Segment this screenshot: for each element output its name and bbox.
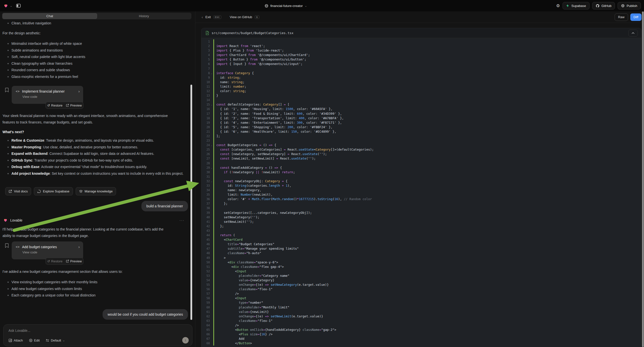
code-text [214,98,216,102]
diff-toggle-button[interactable]: Diff [630,14,642,21]
edit-button[interactable]: Edit [29,338,40,342]
line-number: 25 [202,147,210,152]
project-chevron-down-icon[interactable]: ⌄ [305,4,307,8]
code-line: 46 title="Budget Categories" [202,242,641,246]
code-line: 17 { id: '2', name: 'Food & Dining', lim… [202,112,641,116]
code-line: 1 [202,39,641,44]
tab-chat[interactable]: Chat [2,13,97,19]
chat-scrollbar[interactable] [190,85,192,320]
fold-gutter [210,112,213,116]
fold-gutter [210,260,213,264]
fold-gutter [210,174,213,179]
code-line: 29⌄ const handleAddCategory = () => { [202,166,641,170]
code-line: 11 limit: number; [202,84,641,89]
fold-gutter [210,310,213,314]
code-text: color: '#' + Math.floor(Math.random()*16… [214,197,372,202]
composer-placeholder[interactable]: Ask Lovable... [8,328,188,332]
code-line: 58 <Input [202,296,641,300]
code-text: { id: '4', name: 'Entertainment', limit:… [214,120,342,125]
line-number: 20 [202,125,210,130]
version-card-add-budget-categories[interactable]: <> Add budget categories › View code [12,242,83,260]
collapse-file-button[interactable] [628,30,638,36]
explore-supabase-button[interactable]: Explore Supabase [34,187,73,196]
github-button[interactable]: GitHub [592,2,615,10]
fold-chevron-icon[interactable]: ⌄ [210,102,213,107]
code-editor[interactable]: 12import React from 'react';3import { Pl… [202,38,641,347]
publish-button[interactable]: Publish [618,2,641,10]
raw-toggle-button[interactable]: Raw [615,14,628,21]
sliders-icon [46,338,49,342]
logo-chevron-down-icon[interactable]: ⌄ [10,4,12,8]
code-text: <div className="space-y-6"> [214,260,278,264]
fold-gutter [210,116,213,120]
file-header[interactable]: src/components/budget/BudgetCategories.t… [202,28,641,38]
fold-gutter [210,336,213,341]
chevron-right-icon[interactable]: › [78,245,80,249]
line-number: 18 [202,116,210,120]
code-line: 62 onChange={(e) => setNewLimit(e.target… [202,314,641,318]
fold-gutter [210,39,213,44]
attach-button[interactable]: Attach [8,338,23,342]
user-message-bubble: build a financial planner [142,201,188,211]
visit-docs-button[interactable]: Visit docs [5,187,31,196]
restore-button[interactable]: ↺Restore [47,260,62,263]
view-code-link[interactable]: View code [22,250,80,254]
message-menu-icon[interactable]: ··· [180,218,184,222]
project-name[interactable]: financial-future-creator [270,4,303,8]
fold-gutter [210,328,213,332]
manage-knowledge-button[interactable]: Manage knowledge [76,187,116,196]
fold-gutter [210,318,213,323]
preview-button[interactable]: Preview [66,104,82,107]
chevron-right-icon[interactable]: › [78,89,80,93]
code-text: title="Budget Categories" [214,242,274,246]
line-number: 24 [202,143,210,147]
list-item: View existing budget categories with the… [2,279,188,286]
fold-chevron-icon[interactable]: ⌄ [210,166,213,170]
exit-button[interactable]: Exit [205,15,211,19]
fold-chevron-icon[interactable]: ⌄ [210,143,213,147]
supabase-button[interactable]: Supabase [562,2,590,10]
send-button[interactable]: ↑ [182,337,189,344]
fold-gutter [210,44,213,48]
code-line: 15⌄const defaultCategories: Category[] =… [202,102,641,107]
code-line: 28 [202,161,641,166]
assistant-summary-paragraph: Your sleek financial planner is now read… [2,112,170,126]
code-text: > [214,256,226,260]
fold-gutter [210,156,213,161]
page-scrollbar[interactable] [642,12,644,347]
code-line: 21 { id: '6', name: 'Healthcare', limit:… [202,130,641,134]
bookmark-icon[interactable] [5,88,9,92]
mode-select[interactable]: Default ⌄ [46,338,65,342]
view-code-link[interactable]: View code [22,95,80,98]
version-card-implement-financial-planner[interactable]: <> Implement financial planner › View co… [12,86,83,104]
line-number: 48 [202,251,210,256]
code-line: 12 color: string; [202,89,641,93]
fold-chevron-icon[interactable]: ⌄ [210,179,213,184]
toggle-sidebar-icon[interactable] [16,3,21,8]
line-number: 62 [202,314,210,318]
line-number: 15 [202,102,210,107]
line-number: 6 [202,62,210,66]
line-number: 9 [202,76,210,80]
code-text: import { Button } from '@/components/ui/… [214,57,306,62]
back-chevron-icon[interactable]: ‹ [202,15,203,19]
code-line: 67 Add [202,336,641,341]
line-number: 12 [202,89,210,93]
restore-preview-pill: ↺Restore Preview [46,102,84,109]
line-number: 32 [202,179,210,184]
lovable-logo-icon[interactable] [4,4,8,8]
fold-chevron-icon[interactable]: ⌄ [210,71,213,76]
bookmark-icon[interactable] [5,243,9,248]
list-item: Each category gets a unique color for vi… [2,292,188,299]
view-on-github-button[interactable]: View on GitHub [230,15,252,19]
restore-button[interactable]: ↺Restore [47,104,62,107]
restore-preview-pill: ↺Restore Preview [46,258,84,264]
fold-gutter [210,80,213,84]
prompt-composer[interactable]: Ask Lovable... Attach Edit Default ⌄ [3,324,192,346]
tab-history[interactable]: History [97,13,191,19]
preview-button[interactable]: Preview [66,260,82,263]
code-line: 61 value={newLimit} [202,310,641,314]
settings-gear-icon[interactable]: ⚙ [556,3,560,8]
line-number: 1 [202,39,210,44]
fold-gutter [210,242,213,246]
